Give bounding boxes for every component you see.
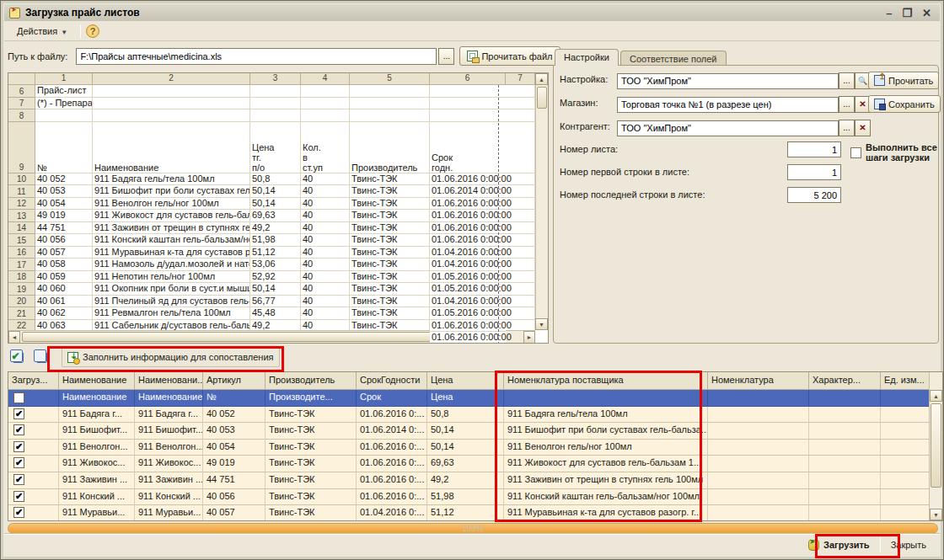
- sheet-row-number[interactable]: 19: [8, 283, 35, 296]
- mapping-column-header[interactable]: Номенклатура поставщика: [504, 372, 708, 390]
- sheet-cell[interactable]: 911 Венолгон гель/ног 100мл: [93, 198, 250, 211]
- help-button[interactable]: ?: [86, 24, 99, 38]
- sheet-cell[interactable]: Твинс-ТЭК: [350, 296, 430, 308]
- mapping-cell[interactable]: 911 Конский ...: [135, 489, 203, 506]
- mapping-cell[interactable]: Наименование: [59, 390, 135, 407]
- sheet-cell[interactable]: Твинс-ТЭК: [350, 173, 430, 186]
- sheet-cell[interactable]: [93, 85, 250, 98]
- mapping-cell[interactable]: 911 Бадяга г...: [59, 407, 135, 424]
- mapping-cell[interactable]: 01.06.2016 0:...: [357, 489, 427, 506]
- mapping-cell[interactable]: 01.06.2016 0:...: [357, 440, 427, 456]
- scroll-down-icon[interactable]: ▼: [930, 509, 942, 520]
- sheet-cell[interactable]: 40: [301, 185, 350, 198]
- sheet-row-number[interactable]: 14: [8, 222, 35, 235]
- sheet-cell[interactable]: 45,48: [250, 307, 301, 320]
- sheet-cell[interactable]: 69,63: [250, 210, 301, 222]
- sheet-cell[interactable]: (*) - Препара: [35, 98, 93, 110]
- mapping-cell[interactable]: [809, 440, 881, 456]
- sheet-cell[interactable]: Твинс-ТЭК: [350, 185, 430, 198]
- mapping-cell[interactable]: [809, 472, 881, 489]
- mapping-cell[interactable]: ✔: [8, 505, 59, 521]
- first-row-input[interactable]: [787, 164, 841, 180]
- sheet-cell[interactable]: Кол. в ст.уп: [301, 122, 350, 173]
- mapping-cell[interactable]: 40 057: [203, 505, 266, 521]
- mapping-cell[interactable]: [881, 423, 931, 440]
- sheet-cell[interactable]: Твинс-ТЭК: [350, 210, 430, 222]
- clear-icon[interactable]: ✕: [855, 120, 871, 136]
- close-button[interactable]: ✕: [922, 8, 931, 19]
- sheet-cell[interactable]: 40: [301, 307, 350, 320]
- sheet-cell[interactable]: 01.06.2016 0:00:00: [430, 173, 506, 186]
- sheet-cell[interactable]: 52,92: [250, 271, 301, 284]
- sheet-number-input[interactable]: [787, 141, 841, 157]
- sheet-cell[interactable]: №: [35, 122, 93, 173]
- tab-settings[interactable]: Настройки: [555, 49, 619, 66]
- sheet-cell[interactable]: [301, 109, 350, 122]
- mapping-vertical-scrollbar[interactable]: ▲ ▼: [929, 372, 942, 520]
- sheet-column-header[interactable]: 7: [506, 73, 535, 85]
- mapping-cell[interactable]: №: [203, 390, 266, 407]
- mapping-cell[interactable]: 911 Живокос...: [59, 456, 135, 472]
- sheet-cell[interactable]: 01.05.2016 0:00:00: [430, 307, 506, 320]
- sheet-cell[interactable]: 911 Заживин от трещин в ступнях гел: [93, 222, 250, 235]
- mapping-column-header[interactable]: Загруз...: [8, 372, 59, 390]
- sheet-cell[interactable]: 40 056: [35, 234, 93, 247]
- mapping-cell[interactable]: 40 052: [203, 407, 266, 424]
- sheet-cell[interactable]: 40: [301, 173, 350, 186]
- sheet-cell[interactable]: 40: [301, 210, 350, 222]
- title-bar[interactable]: Загрузка прайс листов – ❐ ✕: [4, 4, 940, 21]
- sheet-cell[interactable]: 01.05.2016 0:00:00: [430, 283, 506, 296]
- mapping-cell[interactable]: Твинс-ТЭК: [266, 489, 357, 506]
- mapping-cell[interactable]: [809, 505, 881, 521]
- scroll-down-icon[interactable]: ▼: [535, 318, 548, 330]
- mapping-cell[interactable]: 911 Бадяга г...: [135, 407, 203, 424]
- mapping-cell[interactable]: 49,2: [427, 472, 504, 489]
- sheet-row-number[interactable]: 20: [8, 296, 35, 308]
- sheet-cell[interactable]: [301, 98, 350, 110]
- sheet-cell[interactable]: 40: [301, 234, 350, 247]
- mapping-cell[interactable]: [809, 407, 881, 424]
- mapping-cell[interactable]: 50,14: [427, 423, 504, 440]
- run-all-steps-checkbox[interactable]: [850, 147, 861, 158]
- sheet-column-header[interactable]: 2: [93, 73, 250, 85]
- mapping-cell[interactable]: Срок: [357, 390, 427, 407]
- sheet-cell[interactable]: Наименование: [93, 122, 250, 173]
- mapping-column-header[interactable]: Артикул: [203, 372, 266, 390]
- sheet-cell[interactable]: [350, 98, 430, 110]
- sheet-cell[interactable]: 50,14: [250, 198, 301, 211]
- sheet-cell[interactable]: [506, 98, 535, 110]
- mapping-cell[interactable]: 911 Бадяга гель/тела 100мл: [504, 407, 708, 424]
- mapping-cell[interactable]: 911 Заживин ...: [59, 472, 135, 489]
- sheet-cell[interactable]: 49,2: [250, 222, 301, 235]
- mapping-data-row[interactable]: ✔911 Бадяга г...911 Бадяга г...40 052Тви…: [8, 407, 942, 424]
- row-checkbox-checked[interactable]: ✔: [13, 491, 24, 502]
- sheet-row-number[interactable]: 17: [8, 259, 35, 271]
- sheet-cell[interactable]: 40: [301, 198, 350, 211]
- mapping-cell[interactable]: 40 053: [203, 423, 266, 440]
- sheet-cell[interactable]: [35, 109, 93, 122]
- sheet-cell[interactable]: 01.06.2016 0:00:00: [430, 222, 506, 235]
- sheet-cell[interactable]: Цена тг. п/о: [250, 122, 301, 173]
- sheet-cell[interactable]: 01.06.2016 0:00:00: [430, 198, 506, 211]
- close-dialog-button[interactable]: Закрыть: [884, 537, 933, 552]
- mapping-cell[interactable]: 911 Живокос...: [135, 456, 203, 472]
- row-checkbox-checked[interactable]: ✔: [13, 474, 24, 485]
- load-button[interactable]: Загрузить: [802, 537, 877, 553]
- mapping-cell[interactable]: 51,12: [427, 505, 504, 521]
- sheet-cell[interactable]: 40 062: [35, 307, 93, 320]
- sheet-cell[interactable]: 01.04.2016 0:00:00: [430, 296, 506, 308]
- maximize-button[interactable]: ❐: [902, 8, 912, 19]
- mapping-cell[interactable]: [881, 440, 931, 456]
- shop-input[interactable]: [617, 97, 839, 113]
- sheet-cell[interactable]: Прайс-лист: [35, 85, 93, 98]
- sheet-cell[interactable]: 40: [301, 222, 350, 235]
- mapping-cell[interactable]: [809, 423, 881, 440]
- mapping-cell[interactable]: 911 Муравьи...: [135, 505, 203, 521]
- mapping-cell[interactable]: 911 Заживин от трещин в ступнях гель 100…: [504, 472, 708, 489]
- vertical-scroll-thumb[interactable]: [537, 87, 547, 109]
- sheet-cell[interactable]: [350, 85, 430, 98]
- row-checkbox-checked[interactable]: ✔: [13, 424, 24, 435]
- sheet-column-header[interactable]: 6: [430, 73, 506, 85]
- mapping-cell[interactable]: 911 Бишофит...: [135, 423, 203, 440]
- sheet-cell[interactable]: 40: [301, 271, 350, 284]
